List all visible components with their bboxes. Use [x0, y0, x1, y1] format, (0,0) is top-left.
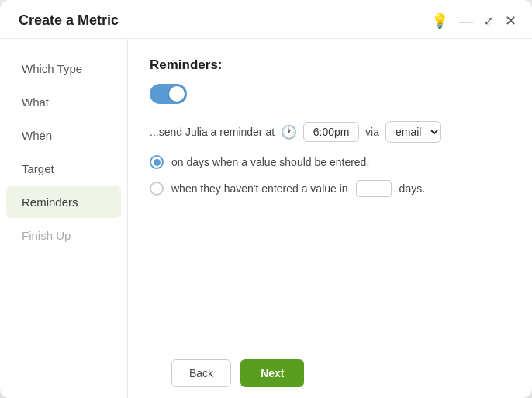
sidebar-item-when[interactable]: When [6, 119, 121, 151]
sidebar-item-which-type[interactable]: Which Type [6, 53, 121, 85]
content-scroll: Reminders: ...send Julia a reminder at 🕐… [150, 57, 510, 348]
title-bar: Create a Metric 💡 — ⤢ ✕ [0, 0, 532, 39]
create-metric-modal: Create a Metric 💡 — ⤢ ✕ Which Type What … [0, 0, 532, 398]
sidebar-item-what[interactable]: What [6, 86, 121, 118]
minimize-icon[interactable]: — [459, 14, 473, 28]
via-label: via [365, 126, 379, 138]
radio-label-on-value-days: on days when a value should be entered. [171, 156, 369, 168]
reminder-time-input[interactable] [303, 122, 359, 142]
next-button[interactable]: Next [240, 359, 304, 387]
close-icon[interactable]: ✕ [505, 14, 516, 28]
clock-icon: 🕐 [281, 124, 297, 140]
title-bar-actions: 💡 — ⤢ ✕ [431, 14, 516, 28]
reminders-toggle-wrapper [150, 84, 510, 107]
sidebar: Which Type What When Target Reminders Fi… [0, 39, 128, 398]
days-input[interactable] [356, 180, 392, 197]
days-suffix: days. [399, 182, 425, 195]
radio-label-not-entered: when they haven't entered a value in [171, 182, 348, 195]
radio-option-on-value-days[interactable]: on days when a value should be entered. [150, 155, 510, 169]
sidebar-item-target[interactable]: Target [6, 153, 121, 185]
reminders-toggle[interactable] [150, 84, 187, 104]
sidebar-item-finish-up[interactable]: Finish Up [6, 220, 121, 251]
radio-circle-on-value-days [150, 155, 164, 169]
sidebar-item-reminders[interactable]: Reminders [6, 186, 121, 218]
reminder-row: ...send Julia a reminder at 🕐 via email … [150, 121, 510, 143]
modal-body: Which Type What When Target Reminders Fi… [0, 39, 532, 398]
main-content: Reminders: ...send Julia a reminder at 🕐… [128, 39, 532, 398]
modal-title: Create a Metric [19, 12, 119, 29]
toggle-slider [150, 84, 187, 104]
hint-icon[interactable]: 💡 [431, 14, 448, 28]
footer: Back Next [150, 348, 510, 398]
resize-icon[interactable]: ⤢ [484, 15, 494, 26]
radio-option-not-entered[interactable]: when they haven't entered a value in day… [150, 180, 510, 197]
back-button[interactable]: Back [171, 359, 231, 387]
reminder-method-select[interactable]: email sms push [385, 121, 441, 143]
radio-circle-not-entered [150, 182, 164, 196]
section-title: Reminders: [150, 57, 510, 73]
reminder-text-before: ...send Julia a reminder at [150, 126, 275, 138]
